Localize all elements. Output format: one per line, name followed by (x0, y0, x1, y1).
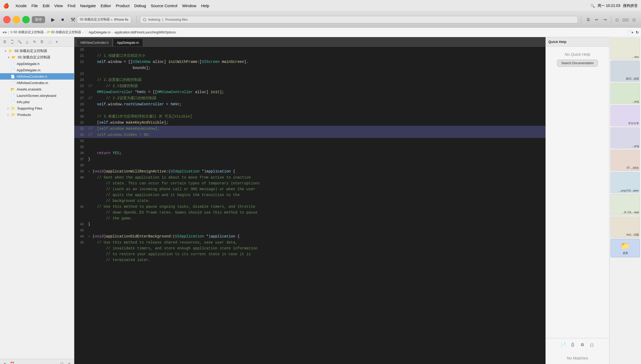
code-line-45: 45 // Use this method to release shared … (74, 240, 545, 263)
tree-item-hmvc-m[interactable]: 📄 HMViewController.m (0, 80, 74, 86)
tree-item-infoplist[interactable]: 📄 Info.plist (0, 99, 74, 105)
menu-find[interactable]: Find (68, 3, 75, 8)
thumb-car[interactable]: 车分分享 (610, 105, 640, 126)
qh-file-icon[interactable]: 📄 (560, 341, 567, 348)
add-file-button[interactable]: + (2, 361, 8, 364)
input-method[interactable]: 搜狗拼音 (623, 3, 638, 8)
tree-arrow-products: ▷ (7, 113, 10, 116)
breadcrumb-item-4[interactable]: -application:didFinishLaunchingWithOptio… (114, 31, 177, 34)
inspector-button[interactable]: ≡ (66, 361, 72, 364)
thumb-optimize-label: 07-...(优化 (627, 166, 639, 170)
menu-window[interactable]: Window (182, 3, 196, 8)
toolbar-view-1[interactable]: ◻ (613, 16, 621, 23)
tree-arrow-group: ▼ (7, 56, 10, 59)
menu-view[interactable]: View (54, 3, 63, 8)
tab-appdelegate-m[interactable]: AppDelegate.m (113, 38, 143, 46)
pause-button[interactable]: 暂停 (32, 16, 45, 23)
nav-search-icon[interactable]: 🔍 (16, 39, 23, 45)
toolbar-icon-1[interactable]: ☰ (584, 16, 592, 23)
thumb-optimize[interactable]: 07-...(优化 (610, 150, 640, 171)
menu-bar-right: 🔍 周一 10:21:03 搜狗拼音 (590, 3, 638, 8)
play-button[interactable]: ▶ (49, 16, 57, 23)
menu-source-control[interactable]: Source Control (151, 3, 177, 8)
menu-edit[interactable]: Edit (43, 3, 50, 8)
thumb-desktop[interactable]: 📁 桌面 (610, 239, 640, 257)
search-icon[interactable]: 🔍 (590, 4, 595, 8)
menu-product[interactable]: Product (116, 3, 129, 8)
tree-item-root[interactable]: ▼ 📁 02-加载自定义控制器 (0, 48, 74, 54)
split-view-button[interactable]: ◻ (59, 361, 65, 364)
menu-xcode[interactable]: Xcode (15, 3, 27, 8)
filter-button[interactable]: ⏰ (9, 361, 15, 364)
nav-issue-icon[interactable]: △ (24, 39, 30, 45)
qh-view-icon[interactable]: ◻ (588, 341, 596, 348)
nav-git-icon[interactable]: ⌚ (9, 39, 15, 45)
thumb-png-2-label: ....png (631, 145, 639, 148)
thumb-13-performance[interactable]: 第13...业绩 (610, 60, 640, 82)
stop-button[interactable]: ■ (59, 16, 66, 23)
toolbar-icon-3[interactable]: ↪ (601, 16, 609, 23)
nav-test-icon[interactable]: ↻ (31, 39, 38, 45)
thumb-zjl[interactable]: ...件 ZJL...etail (610, 194, 640, 215)
apple-menu[interactable]: 🍎 (3, 3, 9, 9)
toolbar-view-3[interactable]: ◻ (630, 16, 638, 23)
tree-item-products[interactable]: ▷ 📁 Products (0, 111, 74, 118)
search-documentation-button[interactable]: Search Documentation (557, 60, 597, 67)
editor-content[interactable]: 20 21 // 1.创建窗口并且指定大小 22 self.window = [… (74, 47, 545, 364)
breadcrumb-right-icons: 📄+ ↻ (627, 30, 639, 34)
menu-help[interactable]: Help (201, 3, 209, 8)
thumb-ksi[interactable]: ....png KSI...aster (610, 172, 640, 193)
tree-item-appdelegate-h[interactable]: 📄 AppDelegate.h (0, 60, 74, 67)
nav-debug-icon[interactable]: ☰ (39, 39, 45, 45)
scheme-name: 02-加载自定义控制器 (80, 17, 110, 22)
code-line-32: 32 // [self.window makeKeyWindow]; (74, 126, 545, 132)
breadcrumb-item-2[interactable]: 02-加载自定义控制器 (51, 30, 81, 34)
tree-item-hmvc-h[interactable]: 📄 HMViewController.h (0, 73, 74, 80)
tree-item-group[interactable]: ▼ 📂 02-加载自定义控制器 (0, 54, 74, 60)
tree-item-launchscreen[interactable]: 📄 LaunchScreen.storyboard (0, 92, 74, 99)
tree-icon-hmvc-m: 📄 (11, 81, 15, 85)
new-file-icon[interactable]: 📄+ (627, 30, 634, 34)
thumb-png-2[interactable]: ....png (610, 127, 640, 149)
thumb-13-label: 第13...业绩 (626, 77, 639, 81)
nav-file-icon[interactable]: ☰ (2, 39, 8, 45)
thumb-xlsx[interactable]: ....xlsx (610, 38, 640, 59)
tree-item-assets[interactable]: 📂 Assets.xcassets (0, 86, 74, 92)
menu-debug[interactable]: Debug (134, 3, 146, 8)
code-line-23: 23 (74, 71, 545, 77)
tree-item-supporting[interactable]: ▷ 📁 Supporting Files (0, 105, 74, 111)
tree-item-appdelegate-m[interactable]: 📄 AppDelegate.m (0, 67, 74, 73)
window-close-button[interactable] (3, 16, 11, 23)
menu-editor[interactable]: Editor (101, 3, 111, 8)
thumb-png-1[interactable]: ....png (610, 83, 640, 104)
qh-gear-icon[interactable]: ⚙ (579, 341, 586, 348)
window-maximize-button[interactable] (22, 16, 30, 23)
toolbar-icon-2[interactable]: ↩ (593, 16, 600, 23)
menu-navigate[interactable]: Navigate (80, 3, 96, 8)
tab-hmvc-h[interactable]: HMViewController.h (76, 38, 112, 46)
code-line-22: 22 self.window = [[UIWindow alloc] initW… (74, 59, 545, 65)
code-line-39: 39 - (void)applicationWillResignActive:(… (74, 168, 545, 175)
tree-label-infoplist: Info.plist (17, 100, 29, 104)
window-minimize-button[interactable] (13, 16, 20, 23)
nav-report-icon[interactable]: ≡ (54, 39, 60, 45)
breadcrumb-item-3[interactable]: AppDelegate.m (89, 31, 111, 34)
refresh-icon[interactable]: ↻ (636, 30, 639, 34)
nav-breakpoint-icon[interactable]: ⬜ (46, 39, 53, 45)
navigator: ☰ ⌚ 🔍 △ ↻ ☰ ⬜ ≡ ▼ 📁 02-加载自定义控制器 ▼ 📂 02-加… (0, 37, 74, 364)
navigator-bottom: + ⏰ ◻ ≡ (0, 359, 74, 364)
code-line-22b: bounds]; (74, 65, 545, 71)
scheme-selector[interactable]: 02-加载自定义控制器 ▸ iPhone 6s (77, 16, 131, 23)
tab-appdelegate-m-label: AppDelegate.m (117, 41, 139, 45)
code-line-27: 27 // // 2.2设置为窗口的根控制器 (74, 95, 545, 101)
toolbar-view-2[interactable]: ◻◻ (622, 16, 629, 23)
nav-arrows[interactable]: ◀ ▶ (2, 31, 7, 34)
thumb-car-label: 车分分享 (628, 122, 639, 125)
qh-braces-icon[interactable]: {} (569, 341, 577, 348)
thumb-ios[interactable]: ios1...试题 (610, 216, 640, 238)
menu-file[interactable]: File (32, 3, 38, 8)
breadcrumb-xcode-icon: ⚒ (10, 31, 13, 34)
code-line-28: 28 self.window.rootViewController = hmVc… (74, 101, 545, 107)
tree-label-root: 02-加载自定义控制器 (15, 49, 47, 53)
breadcrumb-item-1[interactable]: 02-加载自定义控制器 (14, 30, 44, 34)
